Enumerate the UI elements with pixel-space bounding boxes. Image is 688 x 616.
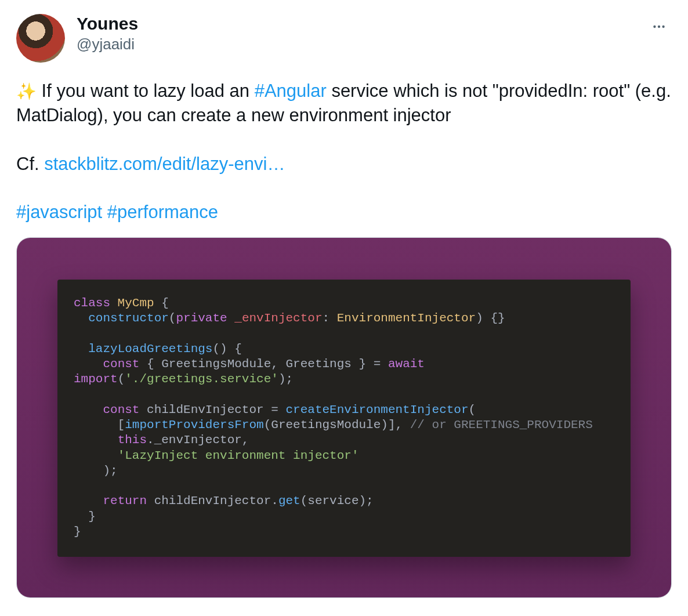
tok bbox=[74, 403, 103, 416]
svg-point-2 bbox=[662, 26, 664, 28]
tok: _envInjector bbox=[227, 311, 323, 325]
tok: { GreetingsModule, Greetings } = bbox=[139, 357, 388, 371]
tok: constructor bbox=[88, 311, 169, 325]
tok: const bbox=[103, 357, 139, 371]
tweet-header: Younes @yjaaidi bbox=[16, 14, 672, 63]
text-cf: Cf. bbox=[16, 154, 44, 174]
sparkle-emoji: ✨ bbox=[16, 82, 37, 100]
tok: ); bbox=[278, 372, 293, 386]
tok bbox=[74, 342, 88, 356]
tok bbox=[74, 311, 88, 325]
hashtag-javascript[interactable]: #javascript bbox=[16, 202, 102, 222]
tok: return bbox=[103, 494, 147, 508]
tok: )], bbox=[381, 418, 410, 432]
tok: createEnvironmentInjector bbox=[285, 403, 468, 416]
tok: ); bbox=[74, 464, 118, 477]
tok: await bbox=[388, 357, 425, 371]
media-bg: class MyCmp { constructor(private _envIn… bbox=[17, 238, 671, 597]
user-handle: @yjaaidi bbox=[77, 35, 138, 53]
tok: ( bbox=[169, 311, 176, 325]
tweet: Younes @yjaaidi ✨ If you want to lazy lo… bbox=[16, 14, 672, 598]
user-names[interactable]: Younes @yjaaidi bbox=[77, 14, 138, 53]
tok: ( bbox=[118, 372, 125, 386]
svg-point-0 bbox=[653, 26, 656, 28]
avatar[interactable] bbox=[16, 14, 65, 63]
tok: EnvironmentInjector bbox=[337, 311, 476, 325]
tok: importProvidersFrom bbox=[125, 418, 263, 432]
tok: // or GREETINGS_PROVIDERS bbox=[410, 418, 593, 432]
tok: import bbox=[74, 372, 118, 386]
tok: get bbox=[278, 494, 300, 508]
tok: class bbox=[74, 296, 110, 310]
tok: { bbox=[161, 296, 169, 310]
tok: } bbox=[74, 525, 81, 538]
hashtag-angular[interactable]: #Angular bbox=[255, 81, 327, 101]
tok: (service); bbox=[300, 494, 374, 508]
tok: [ bbox=[74, 418, 125, 432]
tok: lazyLoadGreetings bbox=[88, 342, 212, 356]
display-name: Younes bbox=[77, 14, 138, 33]
media-card[interactable]: class MyCmp { constructor(private _envIn… bbox=[16, 237, 672, 598]
tok bbox=[74, 357, 103, 371]
tok: this bbox=[118, 433, 147, 447]
external-link[interactable]: stackblitz.com/edit/lazy-envi… bbox=[44, 154, 285, 174]
more-button[interactable] bbox=[646, 14, 672, 39]
tok: './greetings.service' bbox=[125, 372, 278, 386]
tok bbox=[74, 494, 103, 508]
more-icon bbox=[651, 19, 667, 34]
tok: GreetingsModule bbox=[271, 418, 381, 432]
tok: : bbox=[323, 311, 337, 325]
tok bbox=[74, 433, 118, 447]
tok: 'LazyInject environment injector' bbox=[118, 449, 359, 462]
hashtag-performance[interactable]: #performance bbox=[107, 202, 218, 222]
tweet-text: ✨ If you want to lazy load an #Angular s… bbox=[16, 79, 672, 224]
code-block: class MyCmp { constructor(private _envIn… bbox=[57, 280, 631, 557]
tok: ( bbox=[264, 418, 271, 432]
svg-point-1 bbox=[658, 26, 660, 28]
tok: ( bbox=[469, 403, 476, 416]
text-seg-1: If you want to lazy load an bbox=[37, 81, 255, 101]
tok: ._envInjector, bbox=[147, 433, 249, 447]
tok: private bbox=[176, 311, 227, 325]
tok: const bbox=[103, 403, 139, 416]
tok: childEnvInjector = bbox=[139, 403, 285, 416]
tok: () { bbox=[212, 342, 241, 356]
tok: ) {} bbox=[476, 311, 505, 325]
tok: MyCmp bbox=[110, 296, 161, 310]
tok: childEnvInjector. bbox=[147, 494, 278, 508]
tok bbox=[74, 449, 118, 462]
tok: } bbox=[74, 510, 96, 523]
